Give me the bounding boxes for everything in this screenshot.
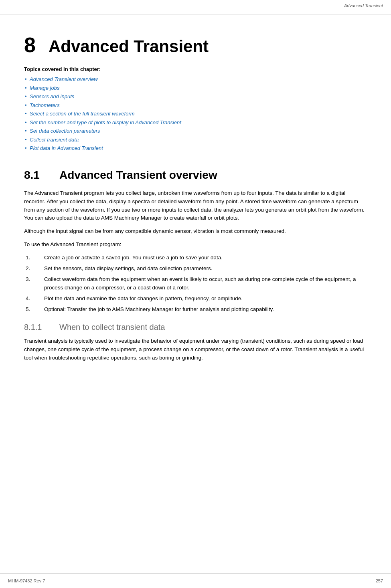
- step-number: 4.: [24, 295, 44, 303]
- list-item[interactable]: Plot data in Advanced Transient: [24, 144, 367, 152]
- chapter-header: 8 Advanced Transient: [24, 34, 367, 56]
- section-8-1-1-paragraph1: Transient analysis is typically used to …: [24, 337, 367, 362]
- header-chapter-title: Advanced Transient: [344, 2, 383, 9]
- page-footer: MHM-97432 Rev 7 257: [0, 573, 391, 588]
- section-8-1-1-header: 8.1.1 When to collect transient data: [24, 321, 367, 333]
- step-number: 5.: [24, 305, 44, 314]
- topics-list: Advanced Transient overview Manage jobs …: [24, 75, 367, 152]
- chapter-title: Advanced Transient: [49, 37, 209, 56]
- section-8-1-paragraph3: To use the Advanced Transient program:: [24, 240, 367, 249]
- footer-page-number: 257: [376, 578, 383, 584]
- list-item: 4. Plot the data and examine the data fo…: [24, 295, 367, 303]
- step-text: Collect waveform data from the equipment…: [44, 275, 367, 292]
- page-content: 8 Advanced Transient Topics covered in t…: [0, 22, 391, 383]
- section-8-1-paragraph2: Although the input signal can be from an…: [24, 227, 367, 236]
- list-item[interactable]: Set data collection parameters: [24, 127, 367, 135]
- section-8-1-number: 8.1: [24, 167, 48, 184]
- list-item[interactable]: Collect transient data: [24, 136, 367, 144]
- list-item: 2. Set the sensors, data display setting…: [24, 265, 367, 273]
- section-8-1-1-number: 8.1.1: [24, 321, 48, 333]
- footer-document-id: MHM-97432 Rev 7: [8, 578, 45, 584]
- section-8-1-paragraph1: The Advanced Transient program lets you …: [24, 189, 367, 223]
- list-item[interactable]: Set the number and type of plots to disp…: [24, 119, 367, 127]
- step-number: 3.: [24, 275, 44, 284]
- list-item[interactable]: Select a section of the full transient w…: [24, 110, 367, 118]
- section-8-1-title: Advanced Transient overview: [59, 167, 217, 184]
- topics-box: Topics covered in this chapter: Advanced…: [24, 65, 367, 152]
- list-item: 1. Create a job or activate a saved job.…: [24, 254, 367, 262]
- step-text: Plot the data and examine the data for c…: [44, 295, 367, 303]
- step-text: Set the sensors, data display settings, …: [44, 265, 367, 273]
- steps-list: 1. Create a job or activate a saved job.…: [24, 254, 367, 314]
- chapter-number: 8: [24, 34, 36, 55]
- list-item[interactable]: Tachometers: [24, 101, 367, 109]
- section-8-1-header: 8.1 Advanced Transient overview: [24, 167, 367, 184]
- section-8-1-1-title: When to collect transient data: [59, 321, 165, 333]
- list-item[interactable]: Sensors and inputs: [24, 93, 367, 101]
- list-item: 5. Optional: Transfer the job to AMS Mac…: [24, 305, 367, 314]
- list-item[interactable]: Manage jobs: [24, 84, 367, 92]
- step-text: Optional: Transfer the job to AMS Machin…: [44, 305, 367, 314]
- header-divider: [0, 14, 391, 14]
- step-text: Create a job or activate a saved job. Yo…: [44, 254, 367, 262]
- step-number: 2.: [24, 265, 44, 273]
- step-number: 1.: [24, 254, 44, 262]
- page-header: Advanced Transient: [0, 0, 391, 11]
- list-item[interactable]: Advanced Transient overview: [24, 75, 367, 83]
- list-item: 3. Collect waveform data from the equipm…: [24, 275, 367, 292]
- topics-heading: Topics covered in this chapter:: [24, 65, 367, 73]
- page: Advanced Transient 8 Advanced Transient …: [0, 0, 391, 588]
